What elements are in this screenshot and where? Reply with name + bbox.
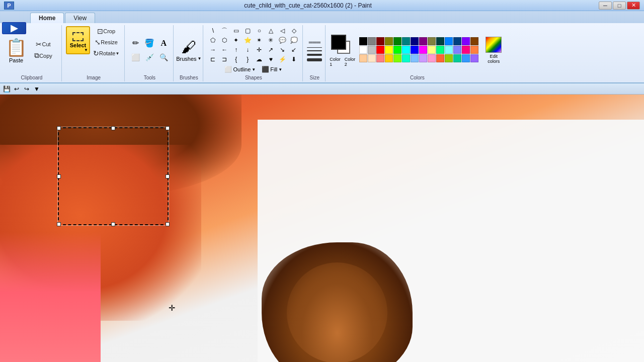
color-swatch[interactable] <box>402 46 410 54</box>
shape-heart[interactable]: ♥ <box>265 55 276 64</box>
maximize-button[interactable]: □ <box>613 2 626 10</box>
shape-lightning[interactable]: ⚡ <box>277 55 288 64</box>
color-swatch[interactable] <box>359 54 367 62</box>
shape-callout1[interactable]: 💬 <box>277 36 288 45</box>
color-swatch[interactable] <box>402 54 410 62</box>
paint-menu-button[interactable]: ▶ <box>2 22 26 34</box>
undo-button[interactable]: ↩ <box>12 84 21 94</box>
color-swatch[interactable] <box>470 54 478 62</box>
pencil-tool[interactable]: ✏ <box>129 37 142 50</box>
color-swatch[interactable] <box>411 46 419 54</box>
magnify-tool[interactable]: 🔍 <box>157 51 170 64</box>
tab-home[interactable]: Home <box>30 13 64 23</box>
copy-button[interactable]: ⧉ Copy <box>28 50 58 61</box>
rotate-button[interactable]: ↻ Rotate ▼ <box>91 48 121 58</box>
shape-bracket-left[interactable]: ⊏ <box>207 55 218 64</box>
color-swatch[interactable] <box>385 46 393 54</box>
cut-button[interactable]: ✂ Cut <box>28 39 58 49</box>
color-swatch[interactable] <box>436 46 444 54</box>
shape-scroll-arrow[interactable]: ⬇ <box>288 55 299 64</box>
fill-tool[interactable]: 🪣 <box>143 37 156 50</box>
redo-button[interactable]: ↪ <box>22 84 31 94</box>
app-menu-icon[interactable]: P <box>4 2 14 10</box>
color-swatch[interactable] <box>436 37 444 45</box>
color-swatch[interactable] <box>359 37 367 45</box>
color-swatch[interactable] <box>393 46 401 54</box>
shape-hexagon[interactable]: ⬡ <box>219 36 230 45</box>
shape-line[interactable]: \ <box>207 26 218 35</box>
color-swatch[interactable] <box>453 54 461 62</box>
minimize-button[interactable]: ─ <box>599 2 612 10</box>
edit-colors-button[interactable]: Editcolors <box>482 35 505 66</box>
color-swatch[interactable] <box>419 46 427 54</box>
size-line-4[interactable] <box>307 58 322 61</box>
eraser-tool[interactable]: ⬜ <box>129 51 142 64</box>
shape-arrow-4way[interactable]: ✛ <box>254 45 265 54</box>
tab-view[interactable]: View <box>65 13 95 23</box>
color-swatch[interactable] <box>393 37 401 45</box>
shape-arrow-diag2[interactable]: ↘ <box>277 45 288 54</box>
color-swatch[interactable] <box>368 37 376 45</box>
color-swatch[interactable] <box>445 54 453 62</box>
shape-diamond[interactable]: ◇ <box>288 26 299 35</box>
color-swatch[interactable] <box>462 54 470 62</box>
shape-arrow-diag1[interactable]: ↗ <box>265 45 276 54</box>
select-tool-button[interactable]: Select ▼ <box>66 26 90 54</box>
color-swatch[interactable] <box>368 54 376 62</box>
shape-bracket-right[interactable]: ⊐ <box>219 55 230 64</box>
shape-cloud[interactable]: ☁ <box>254 55 265 64</box>
color-swatch[interactable] <box>470 37 478 45</box>
paste-button[interactable]: 📋 Paste <box>5 36 27 64</box>
size-line-3[interactable] <box>307 54 322 56</box>
shape-arrow-up[interactable]: ↑ <box>230 45 242 54</box>
text-tool[interactable]: A <box>157 37 170 50</box>
outline-button[interactable]: ⬜ Shapes Outline ▼ <box>222 65 258 74</box>
color-swatch[interactable] <box>376 54 384 62</box>
brushes-button[interactable]: 🖌 Brushes ▼ <box>178 36 200 64</box>
color-swatch[interactable] <box>411 54 419 62</box>
color-swatch[interactable] <box>445 37 453 45</box>
color-swatch[interactable] <box>368 46 376 54</box>
shape-star7[interactable]: ✳ <box>265 36 276 45</box>
shape-brace-right[interactable]: } <box>242 55 253 64</box>
color-swatch[interactable] <box>359 46 367 54</box>
color1-swatch[interactable] <box>331 35 346 50</box>
save-button[interactable]: 💾 <box>2 84 11 94</box>
close-button[interactable]: ✕ <box>627 2 640 10</box>
color-swatch[interactable] <box>385 54 393 62</box>
shape-brace-left[interactable]: { <box>230 55 242 64</box>
shape-rtriangle[interactable]: ◁ <box>277 26 288 35</box>
color-swatch[interactable] <box>453 37 461 45</box>
shape-star4[interactable]: ✦ <box>230 36 242 45</box>
color-swatch[interactable] <box>376 37 384 45</box>
color-swatch[interactable] <box>428 54 436 62</box>
shape-triangle[interactable]: △ <box>265 26 276 35</box>
resize-button[interactable]: ⤡ Resize <box>91 37 121 47</box>
canvas-container[interactable]: ✛ <box>0 95 644 362</box>
color-swatch[interactable] <box>385 37 393 45</box>
customize-qa-button[interactable]: ▼ <box>32 84 41 94</box>
shape-roundrect[interactable]: ▢ <box>242 26 253 35</box>
shape-ellipse[interactable]: ○ <box>254 26 265 35</box>
shape-arrow-right[interactable]: → <box>207 45 218 54</box>
color-swatch[interactable] <box>428 46 436 54</box>
color-swatch[interactable] <box>411 37 419 45</box>
color-swatch[interactable] <box>436 54 444 62</box>
color-swatch[interactable] <box>462 46 470 54</box>
color-swatch[interactable] <box>470 46 478 54</box>
fill-button[interactable]: ⬛ Fill ▼ <box>260 65 284 74</box>
shape-callout2[interactable]: 💭 <box>288 36 299 45</box>
color-swatch[interactable] <box>445 46 453 54</box>
color-swatch[interactable] <box>462 37 470 45</box>
color-pick-tool[interactable]: 💉 <box>143 51 156 64</box>
shape-star5[interactable]: ⭐ <box>242 36 253 45</box>
shape-curve[interactable]: ⌒ <box>219 26 230 35</box>
crop-button[interactable]: ⊡ Crop <box>91 26 121 36</box>
shape-arrow-left[interactable]: ← <box>219 45 230 54</box>
shape-pentagon[interactable]: ⬠ <box>207 36 218 45</box>
shape-rect[interactable]: ▭ <box>230 26 242 35</box>
color-swatch[interactable] <box>419 37 427 45</box>
color-swatch[interactable] <box>393 54 401 62</box>
size-line-1[interactable] <box>307 47 322 48</box>
color-swatch[interactable] <box>402 37 410 45</box>
